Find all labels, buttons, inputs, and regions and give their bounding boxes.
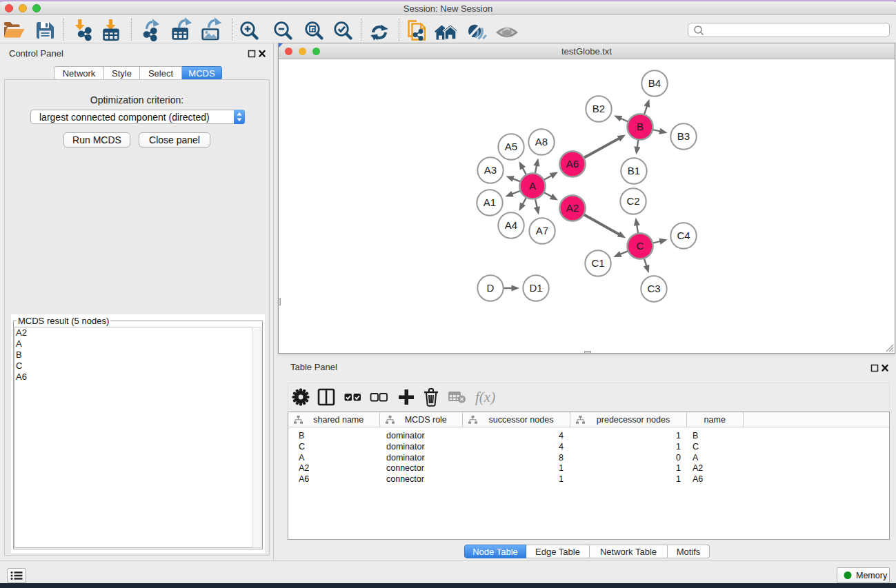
svg-text:D1: D1 bbox=[529, 282, 542, 294]
svg-text:B1: B1 bbox=[628, 165, 640, 176]
svg-text:A2: A2 bbox=[566, 202, 579, 214]
svg-text:B3: B3 bbox=[677, 130, 690, 142]
svg-text:A: A bbox=[529, 180, 536, 192]
svg-text:C: C bbox=[637, 240, 644, 252]
svg-text:A4: A4 bbox=[505, 219, 517, 231]
svg-text:A6: A6 bbox=[566, 158, 579, 170]
svg-text:A7: A7 bbox=[536, 225, 548, 236]
svg-text:C1: C1 bbox=[591, 257, 604, 269]
svg-text:A1: A1 bbox=[484, 196, 496, 208]
svg-text:D: D bbox=[487, 282, 495, 294]
svg-text:C3: C3 bbox=[647, 283, 660, 294]
svg-text:C2: C2 bbox=[626, 195, 639, 207]
svg-text:A8: A8 bbox=[535, 136, 548, 148]
svg-text:B2: B2 bbox=[593, 103, 605, 114]
svg-text:Memory: Memory bbox=[856, 571, 888, 580]
svg-text:B4: B4 bbox=[648, 77, 661, 89]
svg-text:B: B bbox=[637, 121, 644, 132]
svg-text:C4: C4 bbox=[677, 230, 690, 241]
svg-text:f(x): f(x) bbox=[475, 389, 495, 405]
svg-text:A3: A3 bbox=[484, 164, 497, 176]
svg-text:A5: A5 bbox=[505, 141, 517, 152]
